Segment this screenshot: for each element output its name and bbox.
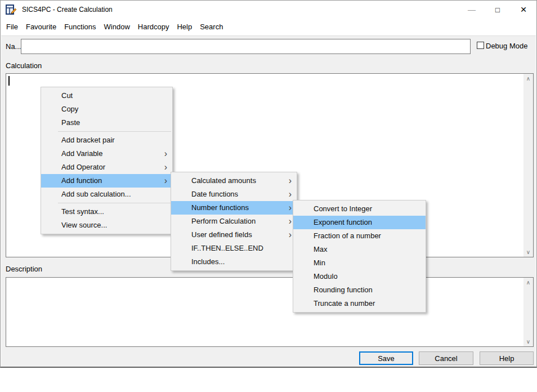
- name-input[interactable]: [21, 39, 471, 54]
- submenu-arrow-icon: ›: [289, 201, 292, 215]
- number-functions-submenu: Convert to Integer Exponent function Fra…: [293, 200, 426, 313]
- menu-item-add-variable[interactable]: Add Variable›: [41, 147, 172, 161]
- menu-item-label: Max: [314, 245, 328, 253]
- title-bar: SICS4PC - Create Calculation — □ ×: [1, 1, 536, 19]
- menu-item-add-bracket-pair[interactable]: Add bracket pair: [41, 133, 172, 147]
- menu-item-label: Add Operator: [61, 163, 105, 171]
- minimize-icon: —: [468, 5, 476, 14]
- menu-item-label: Add Variable: [61, 149, 102, 158]
- window-controls: — □ ×: [459, 1, 536, 19]
- add-function-submenu: Calculated amounts› Date functions› Numb…: [171, 172, 297, 271]
- menu-item-copy[interactable]: Copy: [41, 103, 172, 116]
- text-caret: [8, 76, 10, 86]
- menubar-item-functions[interactable]: Functions: [60, 19, 100, 35]
- menubar-item-window[interactable]: Window: [100, 19, 134, 35]
- menu-item-fraction-of-a-number[interactable]: Fraction of a number: [293, 229, 426, 243]
- menubar-item-search[interactable]: Search: [196, 19, 227, 35]
- scroll-up-icon[interactable]: ∧: [523, 278, 533, 287]
- menu-item-rounding-function[interactable]: Rounding function: [293, 283, 426, 297]
- menubar-item-favourite[interactable]: Favourite: [22, 19, 60, 35]
- menu-item-calculated-amounts[interactable]: Calculated amounts›: [171, 174, 297, 188]
- menubar-item-hardcopy[interactable]: Hardcopy: [134, 19, 173, 35]
- menu-item-min[interactable]: Min: [293, 256, 426, 270]
- menu-item-convert-to-integer[interactable]: Convert to Integer: [293, 202, 426, 216]
- cancel-button[interactable]: Cancel: [419, 351, 473, 365]
- menu-item-includes[interactable]: Includes...: [171, 255, 297, 269]
- minimize-button[interactable]: —: [459, 1, 485, 19]
- submenu-arrow-icon: ›: [164, 161, 167, 174]
- menu-item-label: Paste: [61, 118, 80, 127]
- save-button[interactable]: Save: [359, 351, 413, 365]
- menu-item-label: Date functions: [191, 190, 238, 198]
- menu-item-add-sub-calculation[interactable]: Add sub calculation...: [41, 188, 172, 201]
- menu-item-label: Test syntax...: [61, 207, 104, 216]
- menu-item-label: Includes...: [191, 257, 225, 266]
- cancel-button-label: Cancel: [435, 354, 457, 363]
- menu-item-exponent-function[interactable]: Exponent function: [293, 216, 426, 229]
- submenu-arrow-icon: ›: [289, 188, 292, 201]
- menu-item-modulo[interactable]: Modulo: [293, 270, 426, 283]
- save-button-label: Save: [378, 354, 395, 363]
- scroll-down-icon[interactable]: ∨: [523, 337, 533, 346]
- menu-item-number-functions[interactable]: Number functions›: [171, 201, 297, 215]
- menu-item-cut[interactable]: Cut: [41, 89, 172, 103]
- menu-item-label: Convert to Integer: [314, 204, 372, 213]
- menu-separator: [58, 203, 171, 203]
- menu-item-label: Min: [314, 259, 325, 267]
- help-button[interactable]: Help: [480, 351, 534, 365]
- menu-item-paste[interactable]: Paste: [41, 116, 172, 130]
- submenu-arrow-icon: ›: [289, 174, 292, 188]
- app-icon: [6, 5, 17, 15]
- scroll-down-icon[interactable]: ∨: [523, 247, 533, 257]
- window-title: SICS4PC - Create Calculation: [22, 6, 113, 14]
- menu-item-date-functions[interactable]: Date functions›: [171, 188, 297, 201]
- menu-item-label: Truncate a number: [314, 299, 375, 308]
- menu-item-label: Fraction of a number: [314, 231, 381, 240]
- calculation-label: Calculation: [6, 61, 42, 70]
- description-label: Description: [6, 265, 42, 273]
- menu-item-label: Perform Calculation: [191, 217, 256, 225]
- calculation-scrollbar[interactable]: ∧ ∨: [523, 74, 533, 257]
- menubar-item-file[interactable]: File: [2, 19, 22, 35]
- menu-item-label: View source...: [61, 221, 107, 229]
- menu-item-label: User defined fields: [191, 230, 252, 239]
- menu-item-label: IF..THEN..ELSE..END: [191, 244, 263, 252]
- menu-item-if-then-else-end[interactable]: IF..THEN..ELSE..END: [171, 242, 297, 255]
- menu-item-label: Cut: [61, 91, 73, 100]
- menu-item-add-function[interactable]: Add function›: [41, 174, 172, 188]
- submenu-arrow-icon: ›: [164, 174, 167, 188]
- scroll-up-icon[interactable]: ∧: [523, 74, 533, 83]
- menu-item-label: Modulo: [314, 272, 338, 280]
- menu-item-add-operator[interactable]: Add Operator›: [41, 161, 172, 174]
- close-icon: ×: [520, 3, 526, 16]
- menu-item-test-syntax[interactable]: Test syntax...: [41, 205, 172, 219]
- menu-item-label: Rounding function: [314, 286, 373, 294]
- menu-item-truncate-a-number[interactable]: Truncate a number: [293, 297, 426, 310]
- menu-item-label: Exponent function: [314, 218, 372, 226]
- menu-item-view-source[interactable]: View source...: [41, 219, 172, 232]
- submenu-arrow-icon: ›: [164, 147, 167, 161]
- menu-item-label: Add sub calculation...: [61, 190, 131, 198]
- menu-bar: File Favourite Functions Window Hardcopy…: [1, 19, 536, 35]
- submenu-arrow-icon: ›: [289, 215, 292, 228]
- submenu-arrow-icon: ›: [289, 228, 292, 242]
- menu-item-label: Number functions: [191, 203, 249, 212]
- maximize-icon: □: [495, 6, 500, 14]
- name-label: Na...: [6, 42, 21, 51]
- menu-item-user-defined-fields[interactable]: User defined fields›: [171, 228, 297, 242]
- debug-mode-checkbox[interactable]: [477, 42, 484, 49]
- menu-item-label: Add function: [61, 176, 102, 185]
- context-menu: Cut Copy Paste Add bracket pair Add Vari…: [41, 87, 173, 234]
- help-button-label: Help: [499, 354, 514, 363]
- description-textarea[interactable]: ∧ ∨: [6, 277, 534, 347]
- menu-item-label: Add bracket pair: [61, 136, 115, 144]
- close-button[interactable]: ×: [511, 1, 536, 19]
- menu-separator: [58, 131, 171, 132]
- description-scrollbar[interactable]: ∧ ∨: [523, 278, 533, 346]
- menu-item-max[interactable]: Max: [293, 243, 426, 256]
- menu-item-label: Copy: [61, 105, 78, 113]
- menubar-item-help[interactable]: Help: [173, 19, 196, 35]
- menu-item-label: Calculated amounts: [191, 176, 256, 185]
- maximize-button[interactable]: □: [485, 1, 511, 19]
- menu-item-perform-calculation[interactable]: Perform Calculation›: [171, 215, 297, 228]
